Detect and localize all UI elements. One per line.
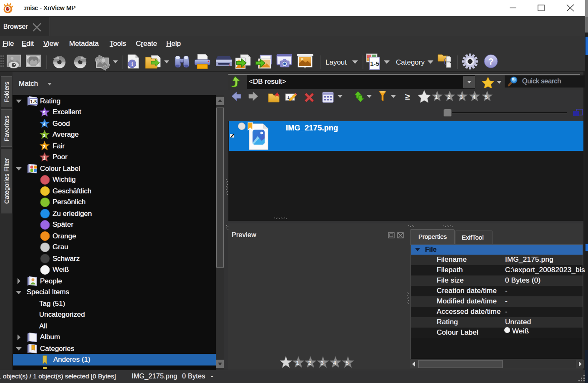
svg-text:2: 2 [448,94,450,100]
svg-text:i: i [131,61,133,67]
svg-text:1: 1 [296,360,299,366]
svg-text:1-5: 1-5 [370,60,379,67]
svg-text:1-5: 1-5 [30,99,37,104]
svg-text:Layout: Layout [325,58,347,66]
svg-text:5: 5 [345,360,348,366]
svg-text:?: ? [488,56,493,67]
svg-text:≥: ≥ [405,92,410,101]
svg-text:4: 4 [333,360,336,366]
svg-text:3: 3 [43,133,45,138]
svg-text:2: 2 [308,360,311,366]
svg-text:1: 1 [435,94,438,100]
svg-text:5: 5 [485,94,488,100]
svg-text:Category: Category [396,58,425,66]
svg-text:2: 2 [43,145,45,149]
svg-text:3: 3 [460,94,463,100]
svg-text:5: 5 [43,111,45,115]
svg-text:1: 1 [43,156,45,160]
svg-text:4: 4 [473,94,475,100]
svg-text:3: 3 [320,360,323,366]
svg-text:4: 4 [43,122,45,127]
